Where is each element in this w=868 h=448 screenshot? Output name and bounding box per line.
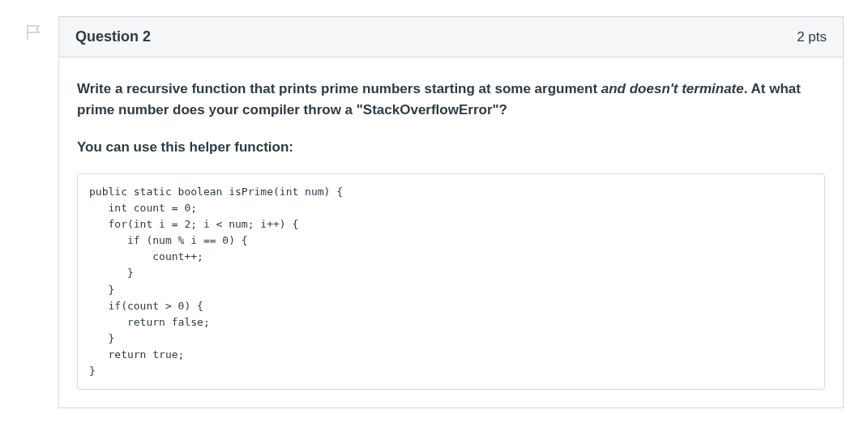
helper-intro: You can use this helper function:: [77, 139, 825, 156]
code-block: public static boolean isPrime(int num) {…: [77, 173, 825, 390]
question-container: Question 2 2 pts Write a recursive funct…: [24, 16, 844, 408]
question-card: Question 2 2 pts Write a recursive funct…: [58, 16, 844, 408]
question-header: Question 2 2 pts: [59, 17, 843, 58]
prompt-italic: and doesn't terminate: [601, 81, 744, 96]
prompt-text-1: Write a recursive function that prints p…: [77, 81, 601, 96]
question-prompt: Write a recursive function that prints p…: [77, 79, 825, 122]
flag-icon[interactable]: [24, 23, 44, 42]
question-points: 2 pts: [797, 29, 827, 45]
question-title: Question 2: [75, 28, 151, 45]
question-body: Write a recursive function that prints p…: [59, 58, 843, 407]
